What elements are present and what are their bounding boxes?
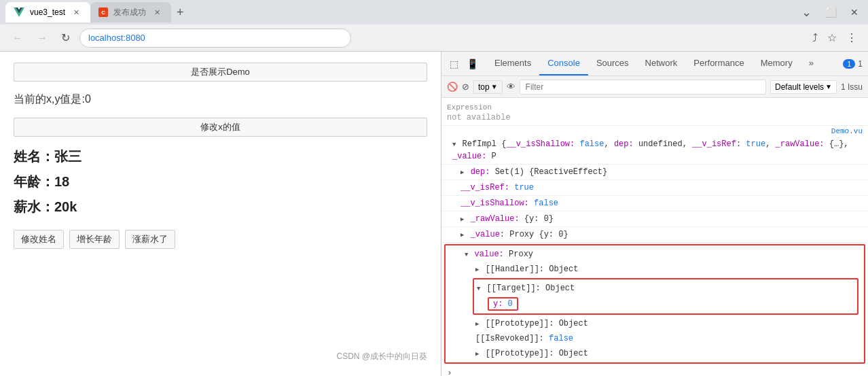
name-info: 姓名：张三 xyxy=(14,148,427,166)
highlight-target-section: [[Target]]: Object y: 0 xyxy=(473,278,858,315)
issues-badge: 1 xyxy=(843,59,855,69)
tab-network[interactable]: Network xyxy=(637,52,686,75)
modify-x-button[interactable]: 修改x的值 xyxy=(14,118,427,137)
value-proxy-open-icon[interactable] xyxy=(465,248,468,260)
back-button[interactable]: ← xyxy=(8,29,27,47)
demo-toggle-button[interactable]: 是否展示Demo xyxy=(14,63,427,82)
new-tab-button[interactable]: + xyxy=(171,5,189,20)
tab-more[interactable]: » xyxy=(801,52,822,75)
devtools-panel: ⬚ 📱 Elements Console Sources Network xyxy=(441,52,868,376)
log-entry-refimpl: RefImpl {__v_isShallow: false, dep: unde… xyxy=(441,137,868,165)
page-content: 是否展示Demo 当前的x,y值是:0 修改x的值 姓名：张三 年龄：18 薪水… xyxy=(0,52,441,376)
tab-elements[interactable]: Elements xyxy=(486,52,539,75)
age-info: 年龄：18 xyxy=(14,173,427,191)
reload-button[interactable]: ↻ xyxy=(57,29,74,47)
console-filter-icon[interactable]: ⊘ xyxy=(462,82,469,92)
expression-area: Expression not available xyxy=(441,101,868,126)
csdn-favicon: C xyxy=(98,7,108,17)
forward-button[interactable]: → xyxy=(33,29,52,47)
log-handler: [[Handler]]: Object xyxy=(446,262,864,277)
value-proxy-expand-icon[interactable] xyxy=(460,228,464,241)
log-rawvalue: _rawValue: {y: 0} xyxy=(441,211,868,227)
devtools-inspect-icon[interactable]: ⬚ xyxy=(447,56,461,72)
tab-publish[interactable]: C 发布成功 ✕ xyxy=(90,2,171,22)
levels-dropdown-icon: ▼ xyxy=(825,83,832,90)
url-bar[interactable]: localhost:8080 xyxy=(79,29,351,48)
expression-label: Expression xyxy=(447,103,863,112)
log-prototype2: [[Prototype]]: Object xyxy=(446,346,864,361)
tab-sources[interactable]: Sources xyxy=(588,52,637,75)
refimpl-expand-icon[interactable] xyxy=(452,138,456,150)
proto1-expand-icon[interactable] xyxy=(475,318,479,330)
log-v-isshallow: __v_isShallow: false xyxy=(441,196,868,211)
bookmark-icon[interactable]: ☆ xyxy=(825,29,839,47)
restore-btn[interactable]: ⬜ xyxy=(821,5,841,19)
xy-value-text: 当前的x,y值是:0 xyxy=(14,92,427,107)
target-expand-icon[interactable] xyxy=(477,282,480,294)
log-prototype1: [[Prototype]]: Object xyxy=(446,316,864,331)
devtools-tabs: Elements Console Sources Network Perform… xyxy=(486,52,822,75)
levels-selector[interactable]: Default levels ▼ xyxy=(770,80,837,94)
context-dropdown-icon: ▼ xyxy=(491,83,498,90)
log-dep: dep: Set(1) {ReactiveEffect} xyxy=(441,165,868,180)
vue-favicon xyxy=(14,7,24,18)
salary-info: 薪水：20k xyxy=(14,198,427,216)
context-label: top xyxy=(478,82,490,92)
console-clear-icon[interactable]: 🚫 xyxy=(447,82,458,92)
browser-window: vue3_test ✕ C 发布成功 ✕ + ⌄ ⬜ ✕ ← → ↻ local… xyxy=(0,0,868,376)
devtools-device-icon[interactable]: 📱 xyxy=(464,56,481,72)
expression-value: not available xyxy=(447,113,863,122)
rawvalue-expand-icon[interactable] xyxy=(460,213,464,225)
close-btn[interactable]: ✕ xyxy=(846,5,863,19)
address-right-icons: ⤴ ☆ ⋮ xyxy=(810,29,860,47)
console-output: Expression not available Demo.vu RefImpl… xyxy=(441,98,868,376)
levels-label: Default levels xyxy=(775,82,824,92)
tab-close-vue3[interactable]: ✕ xyxy=(71,7,82,18)
watermark: CSDN @成长中的向日葵 xyxy=(14,348,427,365)
context-selector[interactable]: top ▼ xyxy=(473,80,503,94)
address-bar: ← → ↻ localhost:8080 ⤴ ☆ ⋮ xyxy=(0,24,868,52)
console-toolbar: 🚫 ⊘ top ▼ 👁 Default levels ▼ 1 Issu xyxy=(441,76,868,98)
action-buttons: 修改姓名 增长年龄 涨薪水了 xyxy=(14,230,427,249)
person-info: 姓名：张三 年龄：18 薪水：20k xyxy=(14,148,427,216)
main-content: 是否展示Demo 当前的x,y值是:0 修改x的值 姓名：张三 年龄：18 薪水… xyxy=(0,52,868,376)
tab-close-publish[interactable]: ✕ xyxy=(151,7,163,18)
url-text: localhost:8080 xyxy=(88,33,145,43)
settings-icon[interactable]: ⋮ xyxy=(844,29,860,47)
minimize-btn[interactable]: ⌄ xyxy=(797,3,816,21)
modify-name-button[interactable]: 修改姓名 xyxy=(14,230,64,249)
handler-expand-icon[interactable] xyxy=(475,263,479,275)
proto2-expand-icon[interactable] xyxy=(475,347,479,360)
eye-icon[interactable]: 👁 xyxy=(507,82,516,92)
share-icon[interactable]: ⤴ xyxy=(810,29,820,47)
issues-count-text: 1 Issu xyxy=(841,82,863,92)
filter-input[interactable] xyxy=(520,80,766,95)
tab-memory[interactable]: Memory xyxy=(753,52,801,75)
console-prompt: › xyxy=(441,365,868,376)
log-value-proxy-open: value: Proxy xyxy=(446,247,864,262)
highlight-y-value: y: 0 xyxy=(488,297,518,311)
issues-label: 1 xyxy=(858,59,863,69)
highlight-value-proxy-section: value: Proxy [[Handler]]: Object [[Targe… xyxy=(444,244,865,364)
increase-age-button[interactable]: 增长年龄 xyxy=(69,230,120,249)
tab-vue3-test[interactable]: vue3_test ✕ xyxy=(5,2,90,22)
increase-salary-button[interactable]: 涨薪水了 xyxy=(125,230,175,249)
caret-icon: › xyxy=(447,368,452,376)
title-bar: vue3_test ✕ C 发布成功 ✕ + ⌄ ⬜ ✕ xyxy=(0,0,868,24)
log-value-proxy: _value: Proxy {y: 0} xyxy=(441,227,868,243)
tab-console[interactable]: Console xyxy=(539,52,588,75)
devtools-tab-bar: ⬚ 📱 Elements Console Sources Network xyxy=(441,52,868,76)
refimpl-label: RefImpl { xyxy=(463,139,507,149)
log-isrevoked: [[IsRevoked]]: false xyxy=(446,331,864,346)
tab-title-publish: 发布成功 xyxy=(113,7,146,18)
devtools-right-area: 1 1 xyxy=(843,59,863,69)
log-v-isref: __v_isRef: true xyxy=(441,180,868,196)
log-target-open: [[Target]]: Object xyxy=(474,281,857,296)
dep-expand-icon[interactable] xyxy=(460,166,464,178)
tab-title-vue3: vue3_test xyxy=(30,7,65,17)
tab-performance[interactable]: Performance xyxy=(685,52,752,75)
log-source-link[interactable]: Demo.vu xyxy=(441,126,868,137)
window-controls: ⌄ ⬜ ✕ xyxy=(797,3,863,21)
